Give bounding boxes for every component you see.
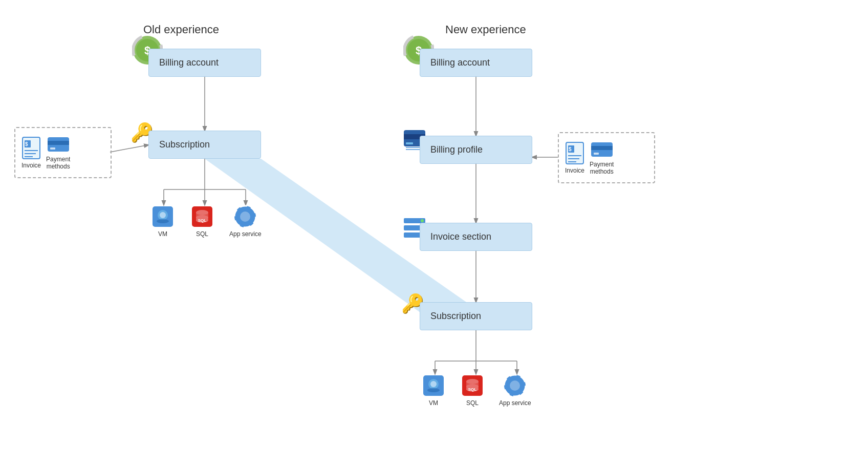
new-invoice-item: $ Invoice — [565, 141, 584, 174]
svg-point-33 — [157, 219, 169, 223]
old-app-service-item: App service — [229, 205, 262, 238]
svg-rect-50 — [406, 142, 413, 144]
old-payment-item: Payment methods — [46, 135, 70, 170]
old-billing-account-box: Billing account — [148, 49, 261, 77]
new-billing-profile-label: Billing profile — [430, 144, 483, 155]
new-billing-profile-box: Billing profile — [420, 136, 532, 164]
new-invoice-section-box: Invoice section — [420, 223, 532, 251]
new-billing-account-label: Billing account — [430, 57, 490, 68]
svg-rect-28 — [48, 141, 69, 145]
svg-rect-68 — [594, 153, 599, 155]
svg-text:$: $ — [569, 146, 572, 152]
svg-point-43 — [240, 211, 250, 222]
svg-text:SQL: SQL — [468, 387, 477, 392]
svg-rect-29 — [50, 147, 55, 150]
svg-text:$: $ — [25, 141, 28, 147]
svg-text:SQL: SQL — [198, 218, 207, 223]
old-billing-account-label: Billing account — [159, 57, 219, 68]
old-subscription-box: Subscription — [148, 131, 261, 159]
svg-point-57 — [421, 219, 424, 222]
old-subscription-label: Subscription — [159, 139, 210, 150]
new-dashed-box: $ Invoice Payment methods — [558, 132, 655, 183]
new-vm-label: VM — [429, 399, 438, 407]
diagram-container: Old experience $ Billing account 🔑 Subsc… — [0, 0, 868, 466]
old-invoice-item: $ Invoice — [21, 136, 41, 169]
svg-point-82 — [510, 380, 520, 391]
old-vm-item: VM — [151, 205, 175, 238]
old-dashed-box: $ Invoice Payment methods — [14, 127, 112, 178]
old-invoice-label: Invoice — [21, 162, 41, 169]
svg-rect-67 — [591, 146, 613, 150]
new-sql-item: SQL SQL — [461, 374, 484, 407]
new-payment-label: Payment methods — [590, 161, 614, 175]
new-invoice-section-label: Invoice section — [430, 231, 491, 242]
old-payment-label: Payment methods — [46, 156, 70, 170]
old-app-service-label: App service — [229, 230, 262, 238]
new-app-service-item: App service — [499, 374, 531, 407]
new-payment-item: Payment methods — [590, 140, 614, 175]
svg-line-7 — [110, 145, 148, 152]
old-sql-label: SQL — [196, 230, 208, 238]
old-vm-label: VM — [158, 230, 167, 238]
new-sql-label: SQL — [466, 399, 479, 407]
new-app-service-label: App service — [499, 399, 531, 407]
old-sql-item: SQL SQL — [190, 205, 214, 238]
new-vm-item: VM — [422, 374, 445, 407]
new-subscription-label: Subscription — [430, 311, 481, 322]
new-subscription-box: Subscription — [420, 302, 532, 330]
new-title: New experience — [445, 23, 526, 36]
svg-point-71 — [430, 381, 437, 387]
svg-point-72 — [427, 388, 440, 392]
new-invoice-label: Invoice — [565, 167, 584, 174]
new-billing-account-box: Billing account — [420, 49, 532, 77]
svg-point-32 — [160, 212, 166, 218]
